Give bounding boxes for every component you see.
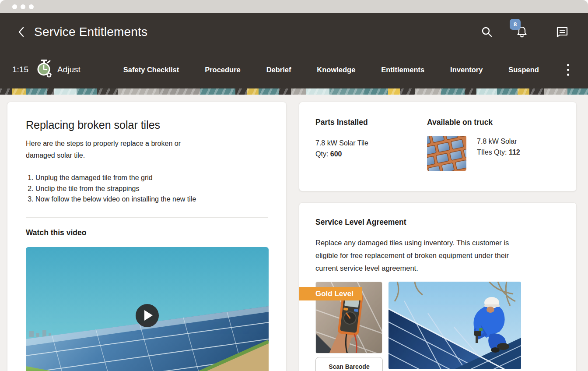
procedure-steps: Unplug the damaged tile from the grid Un… [26, 173, 268, 205]
page-title: Service Entitlements [34, 25, 147, 39]
gear-icon [46, 72, 52, 78]
chat-icon [556, 26, 569, 38]
decorative-pattern-strip [0, 88, 588, 95]
step-item: Unplug the damaged tile from the grid [35, 173, 268, 184]
technician-image [388, 282, 521, 369]
gold-level-badge: Gold Level [299, 287, 362, 300]
sla-heading: Service Level Agreement [315, 218, 576, 227]
back-button[interactable] [16, 26, 27, 38]
procedure-card: Replacing broken solar tiles Here are th… [7, 102, 287, 371]
available-truck-heading: Available on truck [427, 118, 520, 127]
tab-safety-checklist[interactable]: Safety Checklist [123, 66, 179, 74]
play-button[interactable] [136, 304, 159, 327]
video-player[interactable] [26, 247, 269, 371]
tab-knowledge[interactable]: Knowledge [317, 66, 355, 74]
solar-tiles-image [427, 136, 466, 171]
sla-card: Service Level Agreement Replace any dama… [299, 202, 577, 371]
tab-suspend[interactable]: Suspend [508, 66, 539, 74]
window-dot[interactable] [21, 4, 25, 9]
header-nav: Safety Checklist Procedure Debrief Knowl… [123, 66, 539, 74]
tab-entitlements[interactable]: Entitlements [381, 66, 424, 74]
tab-debrief[interactable]: Debrief [266, 66, 291, 74]
window-titlebar [0, 0, 588, 13]
chat-button[interactable] [556, 25, 569, 39]
adjust-label[interactable]: Adjust [57, 65, 80, 74]
stopwatch-adjust-icon[interactable] [35, 59, 53, 80]
procedure-title: Replacing broken solar tiles [26, 119, 268, 131]
window-dot[interactable] [12, 4, 17, 9]
scan-barcode-button[interactable]: Scan Barcode [315, 357, 383, 371]
play-icon [144, 310, 153, 321]
video-heading: Watch this video [26, 228, 268, 237]
parts-card: Parts Installed 7.8 kW Solar Tile Qty: 6… [299, 102, 577, 191]
search-icon [481, 26, 493, 38]
search-button[interactable] [480, 25, 494, 39]
procedure-intro: Here are the steps to properly replace a… [26, 138, 196, 161]
app-window: Service Entitlements 8 [0, 0, 588, 371]
step-item: Now follow the below video on installing… [35, 194, 268, 205]
overflow-menu-button[interactable] [564, 64, 572, 76]
divider [26, 217, 268, 218]
tab-procedure[interactable]: Procedure [205, 66, 241, 74]
tab-inventory[interactable]: Inventory [450, 66, 483, 74]
step-item: Unclip the tile from the strappings [35, 184, 268, 194]
truck-item-qty: TIles Qty: 112 [477, 147, 520, 158]
notification-badge: 8 [510, 19, 521, 30]
app-header: Service Entitlements 8 [0, 13, 588, 88]
sla-body: Replace any damaged tiles using inventor… [315, 237, 523, 275]
timer-value: 1:15 [12, 65, 28, 74]
truck-item-name: 7.8 kW Solar [477, 136, 520, 147]
window-dot[interactable] [29, 4, 34, 9]
chevron-left-icon [17, 26, 26, 38]
notifications-button[interactable]: 8 [515, 25, 528, 39]
